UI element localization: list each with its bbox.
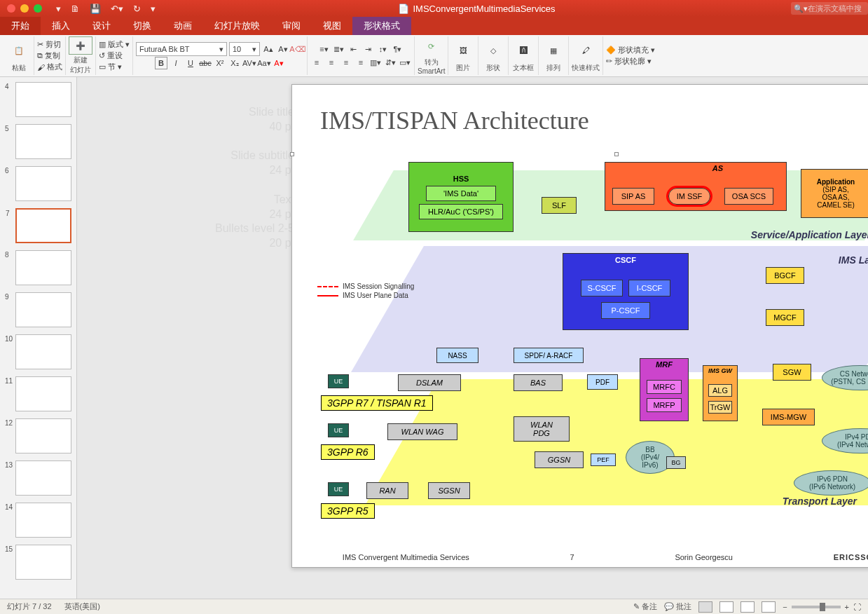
shape-icon[interactable]: ◇ <box>481 39 505 62</box>
zoom-out-icon[interactable]: − <box>783 603 787 611</box>
tab-shape-format[interactable]: 形状格式 <box>352 17 411 35</box>
tab-slideshow[interactable]: 幻灯片放映 <box>203 17 271 35</box>
tab-review[interactable]: 审阅 <box>271 17 312 35</box>
quickstyle-icon[interactable]: 🖍 <box>574 39 598 62</box>
thumbnail-8[interactable]: 8 <box>15 250 71 285</box>
picture-icon[interactable]: 🖼 <box>451 39 475 62</box>
overflow-button[interactable]: ▭▾ <box>399 56 411 69</box>
imssf-box[interactable]: IM SSF <box>668 188 710 205</box>
shape-outline-button[interactable]: ✏形状轮廓▾ <box>606 56 652 67</box>
paste-icon[interactable]: 📋 <box>7 39 31 62</box>
section-button[interactable]: ▭节▾ <box>99 62 122 72</box>
normal-view-button[interactable] <box>698 601 712 613</box>
textbox-icon[interactable]: 🅰 <box>511 39 535 62</box>
slideshow-button[interactable] <box>762 601 776 613</box>
thumbnail-6[interactable]: 6 <box>15 166 71 201</box>
search-input[interactable]: 🔍▾ 在演示文稿中搜 <box>791 2 868 15</box>
textdir-button[interactable]: ¶▾ <box>392 43 404 55</box>
slide[interactable]: IMS/TISPAN Architecture Service/Applicat… <box>291 84 868 568</box>
justify-button[interactable]: ≡ <box>354 56 367 69</box>
redo-icon[interactable]: ↻ <box>133 4 141 14</box>
tab-transitions[interactable]: 切换 <box>122 17 163 35</box>
strike-button[interactable]: abc <box>199 57 212 69</box>
thumbnail-11[interactable]: 11 <box>15 376 71 411</box>
thumb-number: 7 <box>6 210 10 217</box>
thumbnail-9[interactable]: 9 <box>15 292 71 327</box>
tab-design[interactable]: 设计 <box>81 17 122 35</box>
font-select[interactable]: FuturaA Bk BT▾ <box>136 42 227 56</box>
notes-button[interactable]: ✎ 备注 <box>633 601 657 612</box>
language-status[interactable]: 英语(美国) <box>64 601 100 612</box>
format-painter-button[interactable]: 🖌格式 <box>37 62 62 72</box>
numbering-button[interactable]: ≣▾ <box>333 43 345 55</box>
arrange-icon[interactable]: ▦ <box>542 39 565 62</box>
zoom-in-icon[interactable]: + <box>845 603 849 611</box>
slide-canvas[interactable]: Slide title40 pt Slide subtitle24 pt Tex… <box>77 77 868 614</box>
tab-insert[interactable]: 插入 <box>41 17 81 35</box>
copy-button[interactable]: ⧉复制 <box>37 50 60 61</box>
thumbnail-14[interactable]: 14 <box>15 503 71 538</box>
more-icon[interactable]: ▾ <box>151 4 156 14</box>
thumbnail-15[interactable]: 15 <box>15 545 71 580</box>
app-box: Application (SIP AS, OSA AS, CAMEL SE) <box>801 169 868 218</box>
bullets-button[interactable]: ≡▾ <box>318 43 331 55</box>
align-right-button[interactable]: ≡ <box>340 56 352 69</box>
bg-box: BG <box>666 456 686 469</box>
save2-icon[interactable]: 💾 <box>90 4 101 14</box>
charspace-button[interactable]: AV▾ <box>243 57 256 69</box>
reset-button[interactable]: ↺重设 <box>99 50 123 61</box>
reading-view-button[interactable] <box>740 601 755 613</box>
selection-handle[interactable] <box>614 152 619 156</box>
outdent-button[interactable]: ⇤ <box>347 43 360 55</box>
align-left-button[interactable]: ≡ <box>310 56 323 69</box>
tab-view[interactable]: 视图 <box>312 17 352 35</box>
slf-box: SLF <box>542 197 577 214</box>
font-size-select[interactable]: 10▾ <box>229 42 260 56</box>
thumbnail-4[interactable]: 4 <box>15 82 71 117</box>
minimize-icon[interactable] <box>20 4 29 13</box>
undo-icon[interactable]: ↶▾ <box>111 4 123 14</box>
shape-fill-button[interactable]: 🔶形状填充▾ <box>606 45 655 55</box>
tab-animations[interactable]: 动画 <box>163 17 203 35</box>
dropdown-icon[interactable]: ▾ <box>56 4 61 14</box>
smartart-icon[interactable]: ⟳ <box>420 36 443 57</box>
slide-thumbnails[interactable]: 456789101112131415 <box>0 77 77 614</box>
selection-handle[interactable] <box>290 152 294 156</box>
osa-box: OSA SCS <box>724 188 773 205</box>
slide-count[interactable]: 幻灯片 7 / 32 <box>7 601 52 612</box>
align-center-button[interactable]: ≡ <box>325 56 338 69</box>
layout-button[interactable]: ▥版式▾ <box>99 39 130 50</box>
new-slide-icon[interactable]: ➕ <box>69 36 92 55</box>
slide-title[interactable]: IMS/TISPAN Architecture <box>292 85 868 135</box>
superscript-button[interactable]: X² <box>214 57 226 69</box>
thumbnail-7[interactable]: 7 <box>15 208 71 243</box>
columns-button[interactable]: ▥▾ <box>369 56 382 69</box>
comments-button[interactable]: 💬 批注 <box>664 601 691 612</box>
italic-button[interactable]: I <box>170 57 182 69</box>
zoom-slider[interactable] <box>792 606 841 608</box>
clear-format-icon[interactable]: A⌫ <box>291 43 304 55</box>
fit-button[interactable]: ⛶ <box>853 603 861 611</box>
indent-button[interactable]: ⇥ <box>362 43 375 55</box>
close-icon[interactable] <box>7 4 15 13</box>
zoom-control[interactable]: − + ⛶ <box>783 603 861 611</box>
grow-font-icon[interactable]: A▴ <box>262 43 275 55</box>
underline-button[interactable]: U <box>184 57 197 69</box>
save-icon[interactable]: 🗎 <box>71 4 80 14</box>
changecase-button[interactable]: Aa▾ <box>258 57 270 69</box>
tab-home[interactable]: 开始 <box>0 17 41 35</box>
align-text-button[interactable]: ⇵▾ <box>384 56 397 69</box>
zoom-thumb[interactable] <box>820 603 825 611</box>
cut-button[interactable]: ✂剪切 <box>37 39 61 50</box>
fontcolor-button[interactable]: A▾ <box>273 57 285 69</box>
shrink-font-icon[interactable]: A▾ <box>277 43 289 55</box>
thumbnail-13[interactable]: 13 <box>15 460 71 496</box>
thumbnail-10[interactable]: 10 <box>15 334 71 369</box>
bold-button[interactable]: B <box>155 57 167 69</box>
maximize-icon[interactable] <box>34 4 42 13</box>
thumbnail-5[interactable]: 5 <box>15 124 71 159</box>
linespace-button[interactable]: ↕▾ <box>377 43 390 55</box>
thumbnail-12[interactable]: 12 <box>15 418 71 453</box>
sorter-view-button[interactable] <box>719 601 733 613</box>
subscript-button[interactable]: X₂ <box>228 57 241 69</box>
